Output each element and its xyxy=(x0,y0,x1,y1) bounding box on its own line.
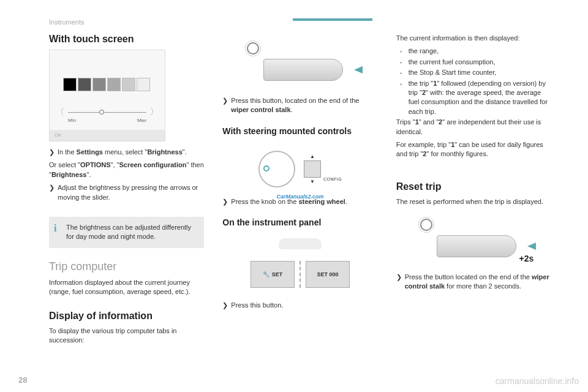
heading-trip-computer: Trip computer xyxy=(49,260,204,273)
dash-icon: - xyxy=(400,68,402,77)
swatch xyxy=(107,78,121,91)
instruction-3: ❯ Adjust the brightness by pressing the … xyxy=(49,183,204,202)
bold: Brightness xyxy=(51,171,86,178)
bold: wiper control stalk xyxy=(231,106,290,113)
text: Press the button located on the end of t… xyxy=(405,273,532,281)
text: Press the knob on the xyxy=(231,198,298,205)
text: For example, trip " xyxy=(396,141,451,148)
para-trips-example: For example, trip "1" can be used for da… xyxy=(396,140,551,159)
dash-icon: - xyxy=(400,58,402,67)
list-item: - the trip "1" followed (depending on ve… xyxy=(396,79,551,117)
figure-instrument-panel: 🔧 SET SET 000 xyxy=(222,236,377,297)
list-item: -the Stop & Start time counter, xyxy=(396,68,551,77)
info-intro: The current information is then displaye… xyxy=(396,34,551,43)
info-icon: i xyxy=(54,222,56,235)
chevron-right-icon: 〉 xyxy=(150,107,159,118)
bullet-icon: ❯ xyxy=(49,183,55,192)
figure-reset-stalk: +2s xyxy=(396,214,551,269)
hold-2s-label: +2s xyxy=(519,254,534,263)
instruction-1: ❯ In the Settings menu, select "Brightne… xyxy=(49,148,204,157)
bold: steering wheel xyxy=(298,198,345,205)
column-3: The current information is then displaye… xyxy=(396,34,551,349)
panel-instruction: ❯ Press this button. xyxy=(222,301,377,310)
stalk-body xyxy=(437,235,516,257)
text: Adjust the brightness by pressing the ar… xyxy=(58,184,198,200)
watermark-footer: carmanualsonline.info xyxy=(496,376,579,386)
arrow-up-icon: ▲ xyxy=(310,154,315,159)
text: Press this button, located on the end of… xyxy=(231,97,359,104)
figure-wiper-stalk xyxy=(222,37,377,92)
figure-brightness-touchscreen: 〈 〉 Min Max OK xyxy=(49,50,165,141)
stalk-body xyxy=(263,59,343,81)
ok-row: OK xyxy=(50,130,165,141)
content-columns: With touch screen 〈 〉 Min Max O xyxy=(49,34,551,349)
info-box-brightness: i The brightness can be adjusted differe… xyxy=(49,217,204,248)
dash-icon: - xyxy=(400,79,402,88)
column-2: ❯ Press this button, located on the end … xyxy=(222,34,377,349)
swatch xyxy=(122,78,135,91)
brightness-swatches xyxy=(63,78,150,91)
dash-icon: - xyxy=(400,47,402,56)
steering-wheel-icon xyxy=(418,217,434,233)
panel-set-button: 🔧 SET xyxy=(251,261,295,288)
text: the current fuel consumption, xyxy=(409,58,496,66)
heading-touch-screen: With touch screen xyxy=(49,34,204,45)
max-label: Max xyxy=(137,118,146,123)
reset-desc: The reset is performed when the trip is … xyxy=(396,197,551,206)
bullet-icon: ❯ xyxy=(222,197,228,206)
swatch xyxy=(78,78,91,91)
text: . xyxy=(345,198,347,205)
text: ", " xyxy=(111,161,119,168)
swatch xyxy=(137,78,150,91)
bullet-icon: ❯ xyxy=(396,273,402,282)
arrow-icon xyxy=(354,66,363,74)
text: the range, xyxy=(409,47,439,55)
steering-wheel-icon xyxy=(245,40,261,56)
text: ". xyxy=(183,148,187,156)
info-text: The brightness can be adjusted different… xyxy=(66,224,191,240)
panel-set000-button: SET 000 xyxy=(306,261,350,288)
text: for more than 2 seconds. xyxy=(445,282,521,290)
text: menu, select " xyxy=(103,148,147,156)
slider-track xyxy=(68,112,146,113)
swatch xyxy=(92,78,106,91)
bullet-icon: ❯ xyxy=(222,301,228,310)
bold: OPTIONS xyxy=(80,161,111,168)
text: . xyxy=(291,106,293,113)
min-label: Min xyxy=(68,118,76,123)
slider-knob xyxy=(99,110,104,115)
text: the Stop & Start time counter, xyxy=(409,69,497,76)
config-button-graphic: ▲ ▼ xyxy=(304,154,321,184)
text: ". xyxy=(86,171,91,178)
instruction-2: Or select "OPTIONS", "Screen configurati… xyxy=(49,160,204,179)
text: Or select " xyxy=(49,161,80,168)
arrow-down-icon: ▼ xyxy=(310,179,315,184)
heading-display-info: Display of information xyxy=(49,311,204,322)
set-label: SET xyxy=(272,271,283,277)
brightness-slider: 〈 〉 xyxy=(56,107,159,118)
text: Press this button. xyxy=(231,301,283,309)
text: In the xyxy=(58,148,77,156)
text: " for monthly figures. xyxy=(426,150,488,157)
panel-top-graphic xyxy=(279,238,322,249)
bullet-icon: ❯ xyxy=(222,96,228,105)
wrench-icon: 🔧 xyxy=(263,271,270,277)
swatch xyxy=(63,78,77,91)
bold: Settings xyxy=(77,148,103,156)
heading-reset-trip: Reset trip xyxy=(396,181,551,192)
arrow-icon xyxy=(527,243,536,250)
chevron-left-icon: 〈 xyxy=(56,107,64,118)
bold: Screen configuration xyxy=(119,161,186,168)
steering-wheel-graphic xyxy=(258,151,295,187)
display-desc: To display the various trip computer tab… xyxy=(49,326,204,345)
text: " with: the average speed, the average f… xyxy=(409,89,548,115)
panel-divider xyxy=(300,261,301,288)
page-number: 28 xyxy=(18,375,27,385)
heading-steering-controls: With steering mounted controls xyxy=(222,126,377,136)
text: " and " xyxy=(419,118,439,126)
header-accent-rule xyxy=(293,18,372,21)
bullet-icon: ❯ xyxy=(49,148,55,157)
para-trips-independent: Trips "1" and "2" are independent but th… xyxy=(396,118,551,137)
bold: Brightness xyxy=(147,148,182,156)
slider-labels: Min Max xyxy=(68,118,146,123)
